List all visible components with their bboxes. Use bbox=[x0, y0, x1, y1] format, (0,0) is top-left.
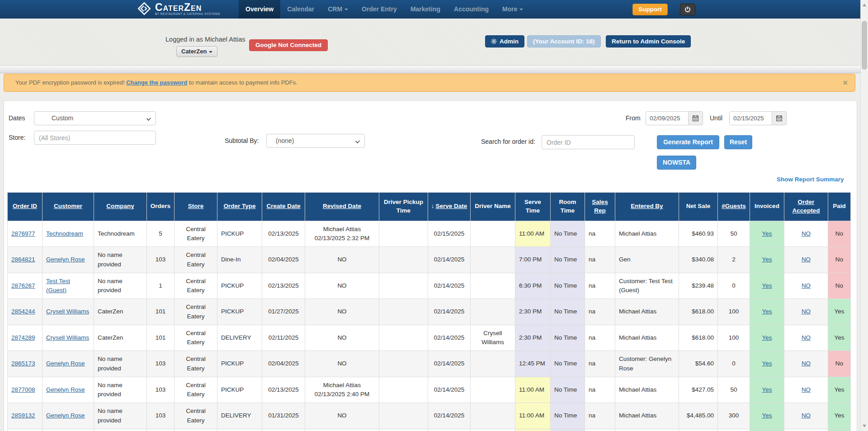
cell-revised-date: NO bbox=[305, 325, 379, 351]
store-input[interactable] bbox=[34, 131, 156, 144]
nav-item-more[interactable]: More bbox=[495, 0, 530, 19]
cell-order-id-link[interactable]: 2874289 bbox=[11, 334, 35, 341]
cell-order-accepted-link[interactable]: NO bbox=[802, 386, 811, 393]
cell-serve-date: 02/14/2025 bbox=[428, 325, 471, 351]
return-admin-console-button[interactable]: Return to Admin Console bbox=[606, 35, 691, 47]
cell-invoiced-link[interactable]: Yes bbox=[762, 282, 772, 289]
reset-button[interactable]: Reset bbox=[724, 135, 752, 149]
column-header-guests[interactable]: #Guests bbox=[718, 193, 750, 221]
cell-order-accepted-link[interactable]: NO bbox=[802, 360, 811, 367]
cell-customer: Technodream bbox=[42, 221, 94, 247]
column-header-create-date[interactable]: Create Date bbox=[262, 193, 305, 221]
cell-invoiced-link[interactable]: Yes bbox=[762, 360, 772, 367]
close-icon[interactable]: × bbox=[843, 74, 848, 91]
account-menu-button[interactable]: CaterZen bbox=[176, 46, 217, 57]
until-date-input[interactable] bbox=[730, 112, 772, 125]
cell-invoiced-link[interactable]: Yes bbox=[762, 412, 772, 419]
nav-item-order-entry[interactable]: Order Entry bbox=[355, 0, 404, 19]
cell-revised-date bbox=[305, 429, 379, 431]
from-calendar-button[interactable] bbox=[689, 111, 703, 125]
cell-order-accepted-link[interactable]: NO bbox=[802, 230, 811, 237]
change-password-link[interactable]: Change the password bbox=[126, 79, 187, 86]
admin-button[interactable]: Admin bbox=[485, 35, 524, 47]
scrollbar-up-arrow-icon[interactable] bbox=[863, 4, 866, 6]
cell-order-accepted-link[interactable]: NO bbox=[802, 334, 811, 341]
subtotal-select[interactable]: (none) bbox=[266, 134, 365, 148]
column-header-serve-date[interactable]: ↓Serve Date bbox=[428, 193, 471, 221]
nowsta-button[interactable]: NOWSTA bbox=[657, 156, 696, 170]
generate-report-button[interactable]: Generate Report bbox=[657, 135, 719, 149]
column-header-sales-rep[interactable]: Sales Rep bbox=[585, 193, 615, 221]
cell-customer-link[interactable]: Crysell Williams bbox=[46, 334, 89, 341]
cell-invoiced-link[interactable]: Yes bbox=[762, 334, 772, 341]
until-calendar-button[interactable] bbox=[772, 111, 787, 125]
from-date-input[interactable] bbox=[646, 112, 688, 125]
column-header-company[interactable]: Company bbox=[94, 193, 147, 221]
cell-invoiced-link[interactable]: Yes bbox=[762, 230, 772, 237]
cell-order-id-link[interactable]: 2854244 bbox=[11, 308, 35, 315]
account-id-button[interactable]: (Your Account ID: 18) bbox=[527, 35, 601, 47]
cell-customer-link[interactable]: Crysell Williams bbox=[46, 308, 89, 315]
vertical-scrollbar[interactable] bbox=[860, 0, 868, 431]
cell-order-accepted-link[interactable]: NO bbox=[802, 256, 811, 263]
column-header-customer[interactable]: Customer bbox=[42, 193, 94, 221]
google-status-button[interactable]: Google Not Connected bbox=[249, 39, 328, 51]
cell-order-id-link[interactable]: 2876977 bbox=[11, 230, 35, 237]
cell-serve-date: 02/14/2025 bbox=[428, 351, 471, 377]
pdf-password-alert: Your PDF encryption password is expired!… bbox=[4, 74, 855, 92]
column-header-revised-date[interactable]: Revised Date bbox=[305, 193, 379, 221]
column-header-entered-by[interactable]: Entered By bbox=[615, 193, 679, 221]
cell-order-id: 2877008 bbox=[8, 377, 42, 403]
cell-order-accepted-link[interactable]: NO bbox=[802, 308, 811, 315]
cell-order-id-link[interactable]: 2859132 bbox=[11, 412, 35, 419]
cell-customer-link[interactable]: Technodream bbox=[46, 230, 83, 237]
cell-order-id-link[interactable]: 2865173 bbox=[11, 360, 35, 367]
cell-company: No name provided bbox=[94, 351, 147, 377]
table-row: 2865173Genelyn RoseNo name provided103Ce… bbox=[8, 351, 851, 377]
column-header-store[interactable]: Store bbox=[175, 193, 217, 221]
logout-button[interactable] bbox=[680, 4, 695, 15]
nav-item-marketing[interactable]: Marketing bbox=[404, 0, 447, 19]
cell-invoiced-link[interactable]: Yes bbox=[762, 256, 772, 263]
column-header-label: Net Sale bbox=[686, 203, 710, 209]
column-header-order-type[interactable]: Order Type bbox=[217, 193, 262, 221]
scrollbar-down-arrow-icon[interactable] bbox=[863, 425, 866, 427]
cell-guests: 50 bbox=[718, 377, 750, 403]
cell-customer-link[interactable]: Genelyn Rose bbox=[46, 256, 85, 263]
show-report-summary-link[interactable]: Show Report Summary bbox=[777, 176, 844, 183]
table-row: 2859132Genelyn RoseNo name provided103Ce… bbox=[8, 403, 851, 429]
chevron-down-icon bbox=[209, 51, 212, 53]
cell-orders: 101 bbox=[147, 299, 175, 325]
cell-customer-link[interactable]: Genelyn Rose bbox=[46, 412, 85, 419]
cell-driver-pickup-time bbox=[379, 325, 428, 351]
dates-select[interactable]: Custom bbox=[34, 111, 156, 125]
nav-item-accounting[interactable]: Accounting bbox=[447, 0, 495, 19]
order-id-search-input[interactable] bbox=[542, 136, 634, 149]
cell-order-id-link[interactable]: 2877008 bbox=[11, 386, 35, 393]
table-row: 2874289Crysell WilliamsCaterZen101Centra… bbox=[8, 325, 851, 351]
cell-revised-date: NO bbox=[305, 299, 379, 325]
cell-order-id-link[interactable]: 2876267 bbox=[11, 282, 35, 289]
cell-invoiced-link[interactable]: Yes bbox=[762, 386, 772, 393]
cell-customer-link[interactable]: Genelyn Rose bbox=[46, 386, 85, 393]
cell-order-id-link[interactable]: 2864821 bbox=[11, 256, 35, 263]
nav-item-overview[interactable]: Overview bbox=[239, 0, 280, 19]
cell-driver-pickup-time bbox=[379, 221, 428, 247]
cell-order-accepted-link[interactable]: NO bbox=[802, 412, 811, 419]
scrollbar-thumb[interactable] bbox=[862, 21, 867, 70]
cell-customer-link[interactable]: Test Test (Guest) bbox=[46, 278, 70, 294]
caterzen-logo[interactable]: CaterZen By RESTAURANT & CATERING SYSTEM… bbox=[137, 1, 220, 16]
nav-item-crm[interactable]: CRM bbox=[321, 0, 355, 19]
column-header-label: Driver Pickup Time bbox=[384, 199, 423, 214]
cell-customer-link[interactable]: Genelyn Rose bbox=[46, 360, 85, 367]
cell-order-accepted-link[interactable]: NO bbox=[802, 282, 811, 289]
column-header-order-id[interactable]: Order ID bbox=[8, 193, 42, 221]
support-button[interactable]: Support bbox=[632, 4, 668, 15]
column-header-order-accepted[interactable]: Order Accepted bbox=[784, 193, 828, 221]
cell-driver-pickup-time bbox=[379, 247, 428, 273]
nav-item-calendar[interactable]: Calendar bbox=[280, 0, 321, 19]
column-header-label: Serve Time bbox=[524, 199, 541, 214]
column-header-label: Serve Date bbox=[435, 203, 467, 209]
cell-invoiced-link[interactable]: Yes bbox=[762, 308, 772, 315]
cell-order-accepted: NO bbox=[784, 247, 828, 273]
